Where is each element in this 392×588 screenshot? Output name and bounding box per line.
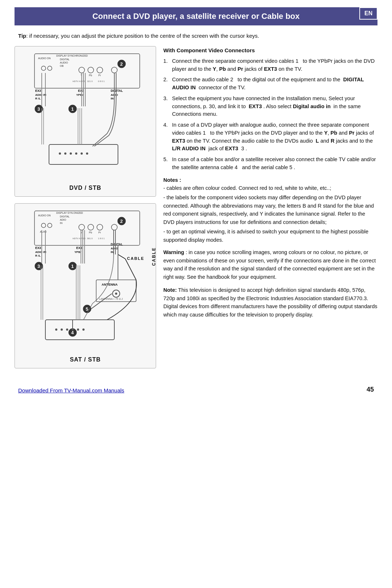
svg-text:2: 2 <box>120 61 123 67</box>
svg-point-4 <box>48 66 52 70</box>
svg-text:OB: OB <box>60 65 64 67</box>
warning-label: Warning <box>163 249 184 255</box>
svg-point-107 <box>61 328 63 331</box>
svg-text:LANTENNA ≈ 75 Ω J: LANTENNA ≈ 75 Ω J <box>99 298 123 300</box>
svg-text:ADIO IN: ADIO IN <box>35 250 46 254</box>
svg-text:DIGITAL: DIGITAL <box>60 215 70 218</box>
step-1-text: Connect the three separate component vid… <box>172 57 377 73</box>
svg-text:1: 1 <box>71 264 74 269</box>
svg-text:5: 5 <box>86 306 88 312</box>
left-column: AUDIO ON DISPLAY SYNCHRONIZED DIGITAL AU… <box>15 46 156 375</box>
step-3: 3. Select the equipment you have connect… <box>163 95 377 118</box>
svg-text:1 8 0 1: 1 8 0 1 <box>98 237 105 240</box>
svg-text:ADIO: ADIO <box>60 219 66 221</box>
svg-text:YPBr: YPBr <box>76 93 83 97</box>
cable-label: CABLE <box>151 247 156 266</box>
svg-text:IN: IN <box>60 222 62 224</box>
svg-point-10 <box>97 67 103 73</box>
warning-text: : in case you notice scrolling images, w… <box>163 249 376 279</box>
svg-text:4: 4 <box>71 330 74 335</box>
note-1: - cables are often colour coded. Connect… <box>163 184 377 192</box>
svg-line-81 <box>118 254 125 259</box>
svg-text:YPBr: YPBr <box>74 250 82 254</box>
step-4: 4. In case of a DVD player with analogue… <box>163 121 377 153</box>
svg-point-62 <box>97 224 103 230</box>
dvd-diagram-svg: AUDIO ON DISPLAY SYNCHRONIZED DIGITAL AU… <box>19 50 152 181</box>
svg-point-9 <box>88 67 94 73</box>
svg-text:R /L: R /L <box>35 254 41 257</box>
svg-text:AUDIO: AUDIO <box>60 61 68 64</box>
svg-point-106 <box>55 328 57 331</box>
step-2: 2. Connect the audio cable 2 to the digi… <box>163 76 377 92</box>
svg-point-40 <box>59 152 61 155</box>
svg-point-108 <box>66 328 68 331</box>
right-column: With Component Video Connectors 1. Conne… <box>163 46 377 375</box>
svg-point-14 <box>111 67 117 73</box>
step-4-num: 4. <box>163 121 170 153</box>
section-title: With Component Video Connectors <box>163 46 377 54</box>
step-3-num: 3. <box>163 95 170 118</box>
svg-point-110 <box>77 328 79 331</box>
step-5-text: In case of a cable box and/or a satellit… <box>172 156 377 172</box>
svg-text:DISPLAY SYN.ONIZED: DISPLAY SYN.ONIZED <box>56 212 83 214</box>
svg-line-100 <box>91 294 112 309</box>
svg-text:EX3: EX3 <box>78 89 84 93</box>
svg-text:EX3: EX3 <box>35 246 41 250</box>
tip-bar: Tip: if necessary, you can adjust the pi… <box>18 32 374 40</box>
step-4-text: In case of a DVD player with analogue au… <box>172 121 377 153</box>
step-5-num: 5. <box>163 156 170 172</box>
svg-text:CABLE: CABLE <box>127 256 144 261</box>
svg-text:AUDIO ON: AUDIO ON <box>38 214 51 217</box>
svg-text:HDTV A P/20: HDTV A P/20 <box>73 237 86 240</box>
svg-point-55 <box>48 223 52 228</box>
svg-point-43 <box>75 152 77 155</box>
svg-point-54 <box>41 223 46 228</box>
tip-label: Tip <box>18 33 26 39</box>
svg-point-61 <box>88 224 94 230</box>
svg-point-111 <box>82 328 85 331</box>
steps-list: 1. Connect the three separate component … <box>163 57 377 172</box>
svg-text:3: 3 <box>37 106 40 112</box>
svg-point-45 <box>86 152 88 155</box>
svg-text:ADIO: ADIO <box>111 247 118 250</box>
svg-point-42 <box>70 152 72 155</box>
step-5: 5. In case of a cable box and/or a satel… <box>163 156 377 172</box>
svg-point-60 <box>79 224 85 230</box>
footer: Downloaded From TV-Manual.com Manuals 45 <box>0 386 392 393</box>
diagram-dvd-stb: AUDIO ON DISPLAY SYNCHRONIZED DIGITAL AU… <box>15 46 156 197</box>
svg-point-44 <box>81 152 83 155</box>
svg-text:DIGITAL: DIGITAL <box>60 58 70 61</box>
svg-point-66 <box>111 224 117 230</box>
svg-line-117 <box>125 259 136 280</box>
svg-text:AUDIO ON: AUDIO ON <box>38 57 51 60</box>
svg-text:IN: IN <box>111 97 114 100</box>
svg-point-8 <box>79 67 85 73</box>
svg-point-41 <box>64 152 66 155</box>
svg-text:Pb: Pb <box>89 74 92 77</box>
notes-section: Notes : - cables are often colour coded.… <box>163 176 377 244</box>
step-3-text: Select the equipment you have connected … <box>172 95 377 118</box>
page-wrapper: Connect a DVD player, a satellite receiv… <box>0 0 392 588</box>
footer-link[interactable]: Downloaded From TV-Manual.com Manuals <box>18 387 124 393</box>
svg-point-109 <box>72 328 74 331</box>
svg-text:R /L: R /L <box>35 97 41 100</box>
svg-text:DIGITAL: DIGITAL <box>111 242 123 246</box>
step-1: 1. Connect the three separate component … <box>163 57 377 73</box>
svg-text:DISPLAY SYNCHRONIZED: DISPLAY SYNCHRONIZED <box>56 54 88 57</box>
svg-text:1: 1 <box>71 106 74 112</box>
notes-label: Notes : <box>163 177 181 183</box>
note-label: Note: <box>163 287 177 293</box>
svg-text:EX3: EX3 <box>35 89 41 93</box>
svg-text:Pr: Pr <box>98 231 101 234</box>
diagram1-label: DVD / STB <box>19 185 152 191</box>
svg-text:0 8 0 1: 0 8 0 1 <box>98 80 105 82</box>
en-badge: EN <box>359 7 377 20</box>
diagram2-label: SAT / STB <box>19 356 152 363</box>
diagram-sat-stb: CABLE AUDIO ON DISPLAY SYN.ONIZED AUX2 D… <box>15 203 156 368</box>
step-2-num: 2. <box>163 76 170 92</box>
step-1-num: 1. <box>163 57 170 73</box>
svg-text:Pb: Pb <box>89 231 92 234</box>
svg-text:3: 3 <box>37 264 40 269</box>
page-number: 45 <box>367 386 374 393</box>
header-title: Connect a DVD player, a satellite receiv… <box>92 12 299 21</box>
